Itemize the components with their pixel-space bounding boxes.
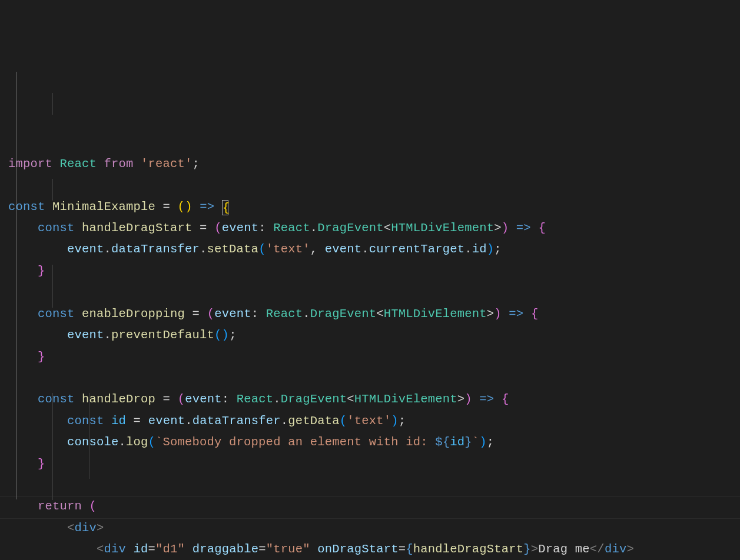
code-line[interactable]: event.preventDefault(); xyxy=(8,328,237,342)
code-line[interactable]: const handleDrop = (event: React.DragEve… xyxy=(8,392,509,406)
code-line[interactable]: } xyxy=(8,264,45,278)
cursor-on-brace: { xyxy=(222,200,229,215)
code-line[interactable]: <div id="d1" draggable="true" onDragStar… xyxy=(8,542,634,556)
code-line[interactable]: const MinimalExample = () => { xyxy=(8,200,228,214)
code-line[interactable]: <div> xyxy=(8,521,104,535)
code-line[interactable]: console.log(`Somebody dropped an element… xyxy=(8,435,494,449)
code-line[interactable]: return ( xyxy=(8,499,97,513)
code-line[interactable]: event.dataTransfer.setData('text', event… xyxy=(8,242,502,256)
code-line[interactable]: const id = event.dataTransfer.getData('t… xyxy=(8,414,406,428)
code-line[interactable]: import React from 'react'; xyxy=(8,157,200,171)
code-line[interactable]: } xyxy=(8,350,45,364)
code-line[interactable]: } xyxy=(8,457,45,471)
code-line[interactable]: const enableDropping = (event: React.Dra… xyxy=(8,307,538,321)
code-line[interactable]: const handleDragStart = (event: React.Dr… xyxy=(8,221,546,235)
code-editor[interactable]: import React from 'react'; const Minimal… xyxy=(0,0,740,560)
